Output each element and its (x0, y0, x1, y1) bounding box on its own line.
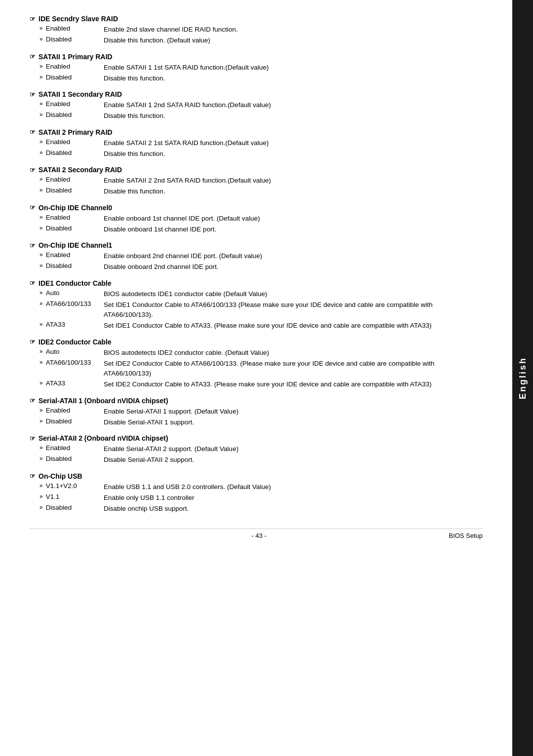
option-key: »ATA33 (39, 379, 104, 389)
option-key-text: V1.1+V2.0 (46, 482, 77, 490)
arrow-icon: » (39, 111, 43, 118)
arrow-icon: » (39, 289, 43, 296)
option-value-text: Enable SATAII 2 1st SATA RAID function.(… (104, 138, 483, 148)
section-icon-sataii-1-primary-raid: ☞ (30, 53, 36, 60)
option-key: »V1.1 (39, 493, 104, 503)
arrow-icon: » (39, 262, 43, 269)
option-key-text: Disabled (46, 225, 72, 232)
option-value-text: Enable Serial-ATAII 1 support. (Default … (104, 407, 483, 416)
option-value-text: Disable this function. (Default value) (104, 36, 483, 45)
option-row: »ATA66/100/133Set IDE1 Conductor Cable t… (30, 300, 483, 320)
option-row: »DisabledDisable this function. (30, 149, 483, 159)
option-row: »ATA33Set IDE1 Conductor Cable to ATA33.… (30, 321, 483, 331)
option-row: »DisabledDisable this function. (30, 111, 483, 121)
section-sataii-2-primary-raid: ☞SATAII 2 Primary RAID»EnabledEnable SAT… (30, 128, 483, 159)
option-key-text: Enabled (46, 63, 71, 70)
option-value-text: Set IDE1 Conductor Cable to ATA33. (Plea… (104, 321, 483, 331)
option-key: »Enabled (39, 25, 104, 35)
option-row: »EnabledEnable 2nd slave channel IDE RAI… (30, 25, 483, 35)
option-key-text: Enabled (46, 407, 71, 414)
option-key-text: Enabled (46, 138, 71, 146)
option-key: »ATA66/100/133 (39, 300, 104, 320)
section-title-on-chip-usb: ☞On-Chip USB (30, 472, 483, 480)
sidebar-label: English (518, 357, 528, 399)
option-value-text: Enable onboard 1st channel IDE port. (De… (104, 214, 483, 224)
arrow-icon: » (39, 482, 43, 489)
sections-container: ☞IDE Secndry Slave RAID»EnabledEnable 2n… (30, 15, 483, 514)
option-value-text: Disable onchip USB support. (104, 504, 483, 514)
page-container: ☞IDE Secndry Slave RAID»EnabledEnable 2n… (0, 0, 533, 756)
option-value-text: Enable only USB 1.1 controller (104, 493, 483, 503)
option-value-text: Enable Serial-ATAII 2 support. (Default … (104, 444, 483, 454)
arrow-icon: » (39, 444, 43, 451)
arrow-icon: » (39, 225, 43, 231)
option-key: »Disabled (39, 74, 104, 83)
option-row: »V1.1Enable only USB 1.1 controller (30, 493, 483, 503)
option-value-text: BIOS autodetects IDE1 conductor cable (D… (104, 289, 483, 299)
arrow-icon: » (39, 300, 43, 307)
arrow-icon: » (39, 36, 43, 42)
option-key: »Disabled (39, 187, 104, 196)
option-key-text: Disabled (46, 417, 72, 425)
option-row: »AutoBIOS autodetects IDE2 conductor cab… (30, 348, 483, 358)
option-row: »EnabledEnable SATAII 1 2nd SATA RAID fu… (30, 100, 483, 110)
option-key: »Enabled (39, 251, 104, 261)
arrow-icon: » (39, 100, 43, 107)
arrow-icon: » (39, 74, 43, 80)
footer: - 43 - BIOS Setup (30, 529, 483, 539)
section-icon-on-chip-usb: ☞ (30, 472, 36, 480)
option-row: »DisabledDisable this function. (30, 74, 483, 83)
option-value-text: Enable SATAII 1 1st SATA RAID function.(… (104, 63, 483, 73)
section-title-text-on-chip-ide-channel0: On-Chip IDE Channel0 (38, 204, 112, 212)
option-key: »Disabled (39, 149, 104, 159)
option-key: »Auto (39, 289, 104, 299)
section-icon-on-chip-ide-channel0: ☞ (30, 204, 36, 211)
option-key: »Enabled (39, 444, 104, 454)
option-key-text: Disabled (46, 187, 72, 194)
arrow-icon: » (39, 407, 43, 414)
option-value-text: Disable onboard 1st channel IDE port. (104, 225, 483, 234)
option-key-text: Disabled (46, 74, 72, 81)
section-title-sataii-2-primary-raid: ☞SATAII 2 Primary RAID (30, 128, 483, 136)
section-title-text-ide2-conductor-cable: IDE2 Conductor Cable (38, 338, 112, 346)
option-value-text: Disable Serial-ATAII 1 support. (104, 417, 483, 427)
option-value-text: Set IDE2 Conductor Cable to ATA66/100/13… (104, 359, 483, 379)
option-row: »AutoBIOS autodetects IDE1 conductor cab… (30, 289, 483, 299)
section-title-on-chip-ide-channel1: ☞On-Chip IDE Channel1 (30, 241, 483, 249)
option-row: »DisabledDisable this function. (30, 187, 483, 196)
section-title-serial-ataii-1: ☞Serial-ATAII 1 (Onboard nVIDIA chipset) (30, 397, 483, 405)
option-key: »Enabled (39, 176, 104, 186)
option-row: »EnabledEnable SATAII 2 2nd SATA RAID fu… (30, 176, 483, 186)
section-title-sataii-2-secondary-raid: ☞SATAII 2 Secondary RAID (30, 166, 483, 174)
section-title-ide2-conductor-cable: ☞IDE2 Conductor Cable (30, 338, 483, 346)
option-value-text: Disable Serial-ATAII 2 support. (104, 455, 483, 465)
option-row: »ATA66/100/133Set IDE2 Conductor Cable t… (30, 359, 483, 379)
option-row: »DisabledDisable onboard 1st channel IDE… (30, 225, 483, 234)
section-title-text-serial-ataii-1: Serial-ATAII 1 (Onboard nVIDIA chipset) (38, 397, 168, 405)
option-row: »EnabledEnable SATAII 2 1st SATA RAID fu… (30, 138, 483, 148)
option-row: »V1.1+V2.0Enable USB 1.1 and USB 2.0 con… (30, 482, 483, 492)
option-value-text: Disable this function. (104, 111, 483, 121)
section-title-text-on-chip-ide-channel1: On-Chip IDE Channel1 (38, 241, 112, 249)
option-key-text: Auto (46, 348, 60, 355)
section-on-chip-ide-channel1: ☞On-Chip IDE Channel1»EnabledEnable onbo… (30, 241, 483, 272)
option-key-text: Auto (46, 289, 60, 297)
section-ide-secondary-slave-raid: ☞IDE Secndry Slave RAID»EnabledEnable 2n… (30, 15, 483, 46)
option-value-text: Disable this function. (104, 187, 483, 196)
section-title-on-chip-ide-channel0: ☞On-Chip IDE Channel0 (30, 204, 483, 212)
arrow-icon: » (39, 187, 43, 193)
option-row: »EnabledEnable SATAII 1 1st SATA RAID fu… (30, 63, 483, 73)
option-key-text: Enabled (46, 100, 71, 108)
arrow-icon: » (39, 63, 43, 70)
option-key-text: Disabled (46, 455, 72, 462)
option-key: »Enabled (39, 100, 104, 110)
option-key-text: Disabled (46, 504, 72, 511)
arrow-icon: » (39, 504, 43, 511)
option-row: »EnabledEnable onboard 1st channel IDE p… (30, 214, 483, 224)
section-title-text-ide1-conductor-cable: IDE1 Conductor Cable (38, 279, 112, 287)
arrow-icon: » (39, 321, 43, 328)
option-row: »DisabledDisable Serial-ATAII 2 support. (30, 455, 483, 465)
option-key-text: Enabled (46, 25, 71, 32)
option-value-text: Enable 2nd slave channel IDE RAID functi… (104, 25, 483, 35)
footer-page-number: - 43 - (69, 532, 449, 539)
